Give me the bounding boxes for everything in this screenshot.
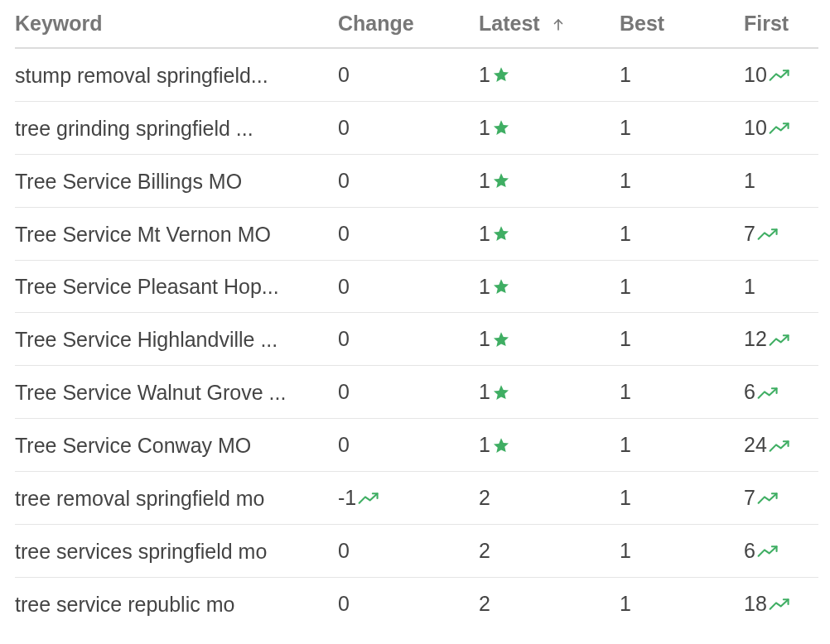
table-row[interactable]: tree grinding springfield ...01110 <box>15 101 818 154</box>
first-value: 6 <box>744 380 755 403</box>
table-row[interactable]: tree services springfield mo0216 <box>15 525 818 578</box>
trend-up-icon <box>769 597 790 612</box>
table-row[interactable]: tree removal springfield mo-1217 <box>15 472 818 525</box>
latest-value: 1 <box>479 116 490 139</box>
cell-keyword: tree removal springfield mo <box>15 472 338 525</box>
star-icon <box>492 383 510 401</box>
table-row[interactable]: Tree Service Highlandville ...01112 <box>15 313 818 366</box>
keyword-text: Tree Service Conway MO <box>15 434 251 458</box>
cell-keyword: Tree Service Walnut Grove ... <box>15 366 338 419</box>
change-value: 0 <box>338 592 350 615</box>
col-header-change[interactable]: Change <box>338 0 479 48</box>
cell-latest: 2 <box>479 472 620 525</box>
col-header-keyword[interactable]: Keyword <box>15 0 338 48</box>
cell-keyword: Tree Service Billings MO <box>15 154 338 207</box>
first-value: 10 <box>744 116 767 139</box>
trend-up-icon <box>769 68 790 83</box>
table-row[interactable]: tree service republic mo02118 <box>15 577 818 629</box>
cell-latest: 1 <box>479 366 620 419</box>
cell-first: 7 <box>744 207 818 260</box>
cell-change: 0 <box>338 48 479 101</box>
table-row[interactable]: Tree Service Billings MO0111 <box>15 154 818 207</box>
cell-first: 24 <box>744 419 818 472</box>
latest-value: 2 <box>479 592 490 615</box>
trend-up-icon <box>358 491 379 506</box>
cell-best: 1 <box>620 48 744 101</box>
table-row[interactable]: Tree Service Conway MO01124 <box>15 419 818 472</box>
star-icon <box>492 65 510 84</box>
first-value: 18 <box>744 592 767 615</box>
table-row[interactable]: Tree Service Walnut Grove ...0116 <box>15 366 818 419</box>
cell-first: 7 <box>744 472 818 525</box>
col-header-latest-label: Latest <box>479 12 540 35</box>
cell-change: 0 <box>338 313 479 366</box>
cell-keyword: Tree Service Highlandville ... <box>15 313 338 366</box>
cell-keyword: Tree Service Conway MO <box>15 419 338 472</box>
cell-best: 1 <box>620 207 744 260</box>
trend-up-icon <box>757 491 779 506</box>
keyword-rank-table: Keyword Change Latest Best First stump r… <box>15 0 818 630</box>
keyword-text: tree grinding springfield ... <box>15 117 253 141</box>
first-value: 6 <box>744 539 755 562</box>
cell-first: 1 <box>744 260 818 313</box>
cell-keyword: tree service republic mo <box>15 577 338 629</box>
cell-first: 1 <box>744 154 818 207</box>
cell-keyword: tree services springfield mo <box>15 525 338 578</box>
cell-first: 12 <box>744 313 818 366</box>
cell-change: -1 <box>338 472 479 525</box>
cell-first: 6 <box>744 525 818 578</box>
cell-best: 1 <box>620 366 744 419</box>
col-header-latest[interactable]: Latest <box>479 0 620 48</box>
table-row[interactable]: Tree Service Pleasant Hop...0111 <box>15 260 818 313</box>
latest-value: 1 <box>479 63 490 86</box>
col-header-best[interactable]: Best <box>620 0 744 48</box>
star-icon <box>492 118 510 137</box>
keyword-text: tree services springfield mo <box>15 540 267 564</box>
keyword-text: tree service republic mo <box>15 593 234 617</box>
table-row[interactable]: stump removal springfield...01110 <box>15 48 818 101</box>
star-icon <box>492 224 510 243</box>
latest-value: 1 <box>479 222 490 245</box>
table-row[interactable]: Tree Service Mt Vernon MO0117 <box>15 207 818 260</box>
cell-best: 1 <box>620 577 744 629</box>
latest-value: 1 <box>479 380 490 403</box>
star-icon <box>492 436 510 454</box>
first-value: 10 <box>744 63 767 86</box>
cell-change: 0 <box>338 154 479 207</box>
latest-value: 2 <box>479 539 490 562</box>
change-value: 0 <box>338 327 350 350</box>
cell-first: 10 <box>744 48 818 101</box>
first-value: 1 <box>744 275 755 298</box>
latest-value: 1 <box>479 275 490 298</box>
latest-value: 1 <box>479 327 490 350</box>
cell-best: 1 <box>620 154 744 207</box>
cell-change: 0 <box>338 101 479 154</box>
cell-best: 1 <box>620 101 744 154</box>
latest-value: 2 <box>479 486 490 509</box>
cell-latest: 1 <box>479 313 620 366</box>
cell-best: 1 <box>620 525 744 578</box>
cell-change: 0 <box>338 366 479 419</box>
cell-first: 6 <box>744 366 818 419</box>
cell-latest: 1 <box>479 207 620 260</box>
cell-best: 1 <box>620 313 744 366</box>
change-value: 0 <box>338 433 350 456</box>
sort-asc-icon <box>551 17 566 32</box>
keyword-text: Tree Service Walnut Grove ... <box>15 381 286 405</box>
trend-up-icon <box>769 121 790 136</box>
cell-best: 1 <box>620 260 744 313</box>
latest-value: 1 <box>479 433 490 456</box>
cell-latest: 1 <box>479 154 620 207</box>
cell-latest: 1 <box>479 48 620 101</box>
cell-keyword: stump removal springfield... <box>15 48 338 101</box>
cell-change: 0 <box>338 525 479 578</box>
cell-keyword: Tree Service Pleasant Hop... <box>15 260 338 313</box>
cell-latest: 1 <box>479 101 620 154</box>
col-header-first[interactable]: First <box>744 0 818 48</box>
table-header-row: Keyword Change Latest Best First <box>15 0 818 48</box>
star-icon <box>492 330 510 348</box>
change-value: 0 <box>338 63 350 86</box>
cell-change: 0 <box>338 207 479 260</box>
first-value: 24 <box>744 433 767 456</box>
change-value: 0 <box>338 116 350 139</box>
